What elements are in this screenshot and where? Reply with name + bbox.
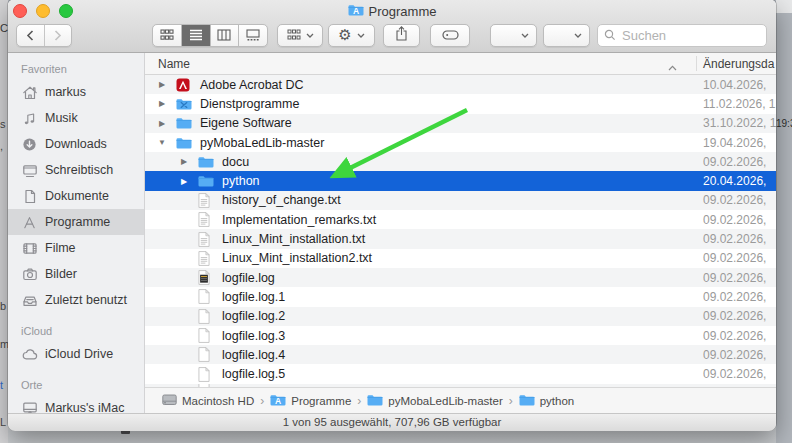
- disclosure-collapsed-icon[interactable]: ▶: [157, 119, 167, 128]
- path-segment-programme[interactable]: AProgramme: [270, 394, 351, 408]
- file-date-modified: 09.02.2026,: [703, 348, 776, 362]
- sidebar-item-filme[interactable]: Filme: [8, 235, 144, 261]
- file-row[interactable]: ▶Eigene Software31.10.2022, 1: [145, 114, 776, 133]
- cloud-icon: [21, 348, 38, 360]
- path-segment-macintosh-hd[interactable]: Macintosh HD: [162, 393, 254, 408]
- sidebar-item-bilder[interactable]: Bilder: [8, 261, 144, 287]
- disclosure-collapsed-icon[interactable]: ▶: [179, 177, 189, 186]
- file-date-modified: 09.02.2026,: [703, 329, 776, 343]
- dropdown-2-button[interactable]: [543, 24, 590, 47]
- file-row[interactable]: Linux_Mint_installation2.txt09.02.2026,: [145, 249, 776, 268]
- sort-asc-icon[interactable]: [668, 60, 677, 74]
- file-date-modified: 19.04.2026,: [703, 136, 776, 150]
- sidebar-item-icloud-drive[interactable]: iCloud Drive: [8, 341, 144, 367]
- disclosure-collapsed-icon[interactable]: ▶: [179, 157, 189, 166]
- sidebar-item-label: Markus's iMac: [45, 401, 124, 413]
- sidebar-item-markus[interactable]: markus: [8, 79, 144, 105]
- sidebar-item-label: Filme: [45, 241, 76, 255]
- sidebar-item-markus-s-imac[interactable]: Markus's iMac: [8, 395, 144, 413]
- file-list: Name Änderungsda ▶Adobe Acrobat DC10.04.…: [145, 53, 776, 413]
- file-row[interactable]: logfile.log09.02.2026,: [145, 268, 776, 287]
- column-header-name[interactable]: Name: [158, 57, 190, 71]
- file-row[interactable]: logfile.log.309.02.2026,: [145, 326, 776, 345]
- back-button[interactable]: [17, 25, 44, 46]
- back-chevron-icon: [26, 30, 35, 41]
- blank-file-icon: [198, 347, 210, 362]
- dropdown-1-button[interactable]: [490, 24, 537, 47]
- file-name: logfile.log: [222, 271, 275, 285]
- folder-icon: [198, 175, 214, 187]
- disclosure-collapsed-icon[interactable]: ▶: [157, 99, 167, 108]
- file-row[interactable]: logfile.log.509.02.2026,: [145, 364, 776, 383]
- file-row[interactable]: ▶docu09.02.2026,: [145, 152, 776, 171]
- chevron-down-icon: [306, 33, 314, 39]
- path-segment-label: python: [540, 395, 575, 407]
- disclosure-collapsed-icon[interactable]: ▶: [157, 80, 167, 89]
- file-name: Dienstprogramme: [200, 97, 299, 111]
- window-title: Programme: [369, 4, 437, 19]
- view-gallery-view-button[interactable]: [238, 25, 267, 46]
- group-button[interactable]: [277, 24, 323, 47]
- sidebar-item-label: Zuletzt benutzt: [45, 293, 127, 307]
- action-button[interactable]: ⚙: [328, 24, 375, 47]
- chevron-down-icon: [521, 33, 529, 39]
- titlebar: A Programme ⚙: [8, 0, 776, 53]
- sidebar-item-label: Schreibtisch: [45, 163, 113, 177]
- list-view-icon: [189, 27, 203, 45]
- view-icon-view-button[interactable]: [153, 25, 181, 46]
- disclosure-expanded-icon[interactable]: ▼: [157, 138, 167, 147]
- path-segment-python[interactable]: python: [519, 394, 575, 408]
- file-row[interactable]: history_of_change.txt09.02.2026,: [145, 191, 776, 210]
- sidebar-item-downloads[interactable]: Downloads: [8, 131, 144, 157]
- film-icon: [21, 241, 38, 256]
- file-row[interactable]: ▶Dienstprogramme11.02.2026, 1: [145, 94, 776, 113]
- tag-button[interactable]: [430, 24, 470, 47]
- window-title-area: A Programme: [8, 3, 776, 19]
- sidebar-item-label: Programme: [45, 215, 110, 229]
- icon-view-icon: [160, 27, 174, 45]
- search-field[interactable]: [597, 24, 767, 47]
- sidebar-item-schreibtisch[interactable]: Schreibtisch: [8, 157, 144, 183]
- file-date-modified: 09.02.2026,: [703, 309, 776, 323]
- gallery-view-icon: [246, 27, 260, 45]
- applications-icon: [21, 215, 38, 230]
- column-divider[interactable]: [696, 56, 697, 71]
- file-row[interactable]: Linux_Mint_installation.txt09.02.2026,: [145, 229, 776, 248]
- home-icon: [21, 85, 38, 100]
- view-list-view-button[interactable]: [181, 25, 210, 46]
- background-text-fragment: s: [0, 118, 6, 130]
- file-row[interactable]: ▶python20.04.2026,: [145, 171, 776, 190]
- file-name: pyMobaLedLib-master: [200, 136, 324, 150]
- sidebar-item-programme[interactable]: Programme: [8, 209, 144, 235]
- sidebar-item-musik[interactable]: Musik: [8, 105, 144, 131]
- status-bar: 1 von 95 ausgewählt, 707,96 GB verfügbar: [8, 413, 776, 431]
- log-file-icon: [198, 270, 210, 285]
- forward-button[interactable]: [44, 25, 72, 46]
- folder-icon: [176, 137, 192, 149]
- camera-icon: [21, 267, 38, 281]
- file-row[interactable]: logfile.log.109.02.2026,: [145, 287, 776, 306]
- file-row[interactable]: ▼pyMobaLedLib-master19.04.2026,: [145, 133, 776, 152]
- view-column-view-button[interactable]: [210, 25, 239, 46]
- file-row[interactable]: logfile.log.409.02.2026,: [145, 345, 776, 364]
- download-icon: [21, 137, 38, 152]
- list-header: Name Änderungsda: [145, 53, 776, 75]
- sidebar-item-label: Dokumente: [45, 189, 109, 203]
- sidebar-item-zuletzt-benutzt[interactable]: Zuletzt benutzt: [8, 287, 144, 313]
- applications-folder-icon: A: [270, 394, 286, 408]
- file-name: logfile.log.2: [222, 309, 285, 323]
- sidebar-item-dokumente[interactable]: Dokumente: [8, 183, 144, 209]
- background-text-fragment: 19:3: [776, 118, 792, 129]
- column-header-date[interactable]: Änderungsda: [703, 57, 774, 71]
- background-text-fragment: b: [0, 300, 6, 312]
- search-input[interactable]: [620, 27, 760, 44]
- document-icon: [21, 189, 38, 204]
- group-icon: [287, 27, 301, 45]
- path-segment-pymobaledlib-master[interactable]: pyMobaLedLib-master: [367, 394, 502, 408]
- share-button[interactable]: [383, 24, 420, 47]
- folder-icon: [367, 394, 383, 408]
- file-row[interactable]: ▶Adobe Acrobat DC10.04.2026,: [145, 75, 776, 94]
- finder-window: A Programme ⚙: [8, 0, 776, 430]
- file-row[interactable]: Implementation_remarks.txt09.02.2026,: [145, 210, 776, 229]
- file-row[interactable]: logfile.log.209.02.2026,: [145, 307, 776, 326]
